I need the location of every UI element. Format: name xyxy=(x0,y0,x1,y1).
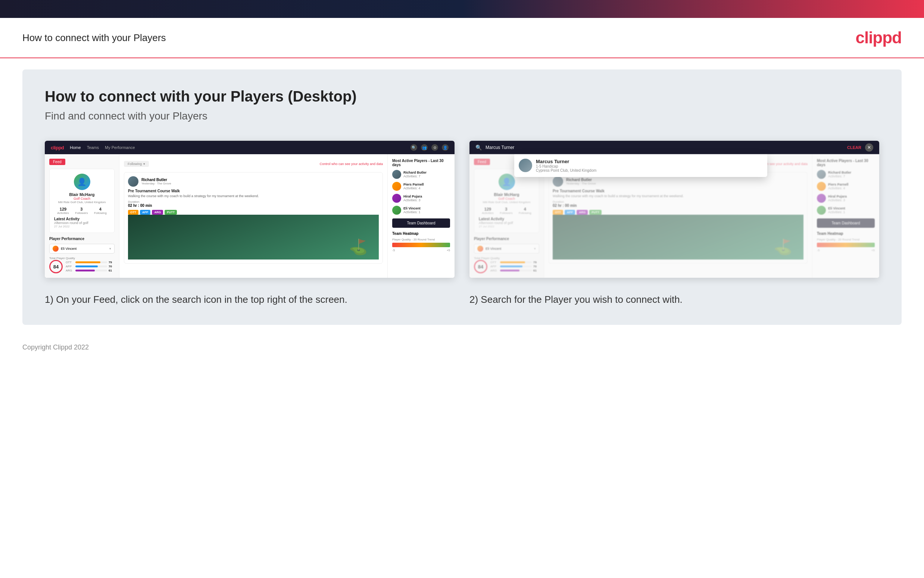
footer: Copyright Clippd 2022 xyxy=(0,336,924,359)
nav-teams[interactable]: Teams xyxy=(87,145,99,150)
bg-profile-stats: 129Activities 3Followers 4Following xyxy=(479,207,534,215)
control-link[interactable]: Control who can see your activity and da… xyxy=(319,162,383,166)
activity-desc: Walking the course with my coach to buil… xyxy=(128,194,379,198)
bg-profile-name: Blair McHarg xyxy=(479,192,534,197)
profile-name: Blair McHarg xyxy=(54,192,110,197)
activity-avatar xyxy=(128,176,138,187)
following-button[interactable]: Following ▾ xyxy=(124,161,149,167)
latest-activity-date: 27 Jul 2022 xyxy=(54,225,110,228)
activities-label: Activities xyxy=(57,211,69,215)
profile-club: Mill Ride Golf Club, United Kingdom xyxy=(54,201,110,204)
player-2-avatar xyxy=(392,182,401,191)
copyright: Copyright Clippd 2022 xyxy=(23,344,89,351)
bg-quality-score: 84 OTT 79 APP xyxy=(474,260,539,273)
app-nav-1: clippd Home Teams My Performance 🔍 👥 ⚙ 👤 xyxy=(45,141,455,154)
activities-val: 129 xyxy=(57,207,69,211)
player-list-item-4: Eli Vincent Activities: 1 xyxy=(392,206,450,215)
tag-ott: OTT xyxy=(128,210,138,215)
clear-button[interactable]: CLEAR xyxy=(847,145,861,150)
heatmap-sub: Player Quality - 20 Round Trend xyxy=(392,238,450,241)
nav-icons: 🔍 👥 ⚙ 👤 xyxy=(411,144,448,151)
search-icon-nav: 🔍 xyxy=(476,144,482,151)
search-result-avatar xyxy=(519,159,532,172)
screenshot-2: 🔍 Marcus Turner CLEAR ✕ Marcus Turner 1-… xyxy=(469,141,879,278)
app-body-1: Feed Blair McHarg Golf Coach Mill Ride G… xyxy=(45,154,455,278)
team-dashboard-button[interactable]: Team Dashboard xyxy=(392,218,450,228)
latest-activity-val: Afternoon round of golf xyxy=(54,221,110,225)
app-screenshot-1: clippd Home Teams My Performance 🔍 👥 ⚙ 👤 xyxy=(45,141,455,278)
bg-right-panel: Most Active Players - Last 30 days Richa… xyxy=(812,154,879,278)
nav-home[interactable]: Home xyxy=(70,145,81,150)
bg-team-dashboard-btn: Team Dashboard xyxy=(817,218,875,228)
player-3-acts: Activities: 3 xyxy=(403,198,422,202)
main-content: How to connect with your Players (Deskto… xyxy=(23,70,901,325)
search-nav-bar: 🔍 Marcus Turner CLEAR ✕ xyxy=(469,141,879,154)
bg-activity-card: Richard Butler Yesterday · The Grove Pre… xyxy=(549,172,807,264)
player-1-avatar xyxy=(392,170,401,179)
following-label: Following xyxy=(94,211,107,215)
search-query-text[interactable]: Marcus Turner xyxy=(485,145,514,150)
player-4-avatar xyxy=(392,206,401,215)
following-bar: Following ▾ Control who can see your act… xyxy=(124,159,383,169)
player-3-name: Hiral Pujara xyxy=(403,195,422,198)
avatar-icon[interactable]: 👤 xyxy=(442,144,448,151)
bar-arg: ARG 61 xyxy=(66,269,115,272)
player-select[interactable]: Eli Vincent ▾ xyxy=(49,244,115,253)
close-search-button[interactable]: ✕ xyxy=(865,143,873,152)
people-icon[interactable]: 👥 xyxy=(421,144,428,151)
activity-user-name: Richard Butler xyxy=(141,178,171,182)
bg-profile-card: Blair McHarg Golf Coach Mill Ride Golf C… xyxy=(474,169,539,233)
duration-val: 02 hr : 00 min xyxy=(128,203,379,208)
player-4-name: Eli Vincent xyxy=(403,206,421,210)
search-actions: CLEAR ✕ xyxy=(847,143,873,152)
followers-label: Followers xyxy=(75,211,88,215)
player-performance-section: Player Performance Eli Vincent ▾ Total P… xyxy=(49,237,115,273)
player-performance-title: Player Performance xyxy=(49,237,115,241)
profile-card: Blair McHarg Golf Coach Mill Ride Golf C… xyxy=(49,169,115,233)
team-heatmap-title: Team Heatmap xyxy=(392,232,450,235)
right-panel: Most Active Players - Last 30 days Richa… xyxy=(387,154,455,278)
page-title: How to connect with your Players xyxy=(23,32,166,44)
top-bar xyxy=(0,0,924,18)
feed-tab[interactable]: Feed xyxy=(49,159,65,165)
main-feed: Following ▾ Control who can see your act… xyxy=(120,154,387,278)
bg-latest-activity: Latest Activity Afternoon round of golf … xyxy=(479,217,534,228)
search-result-dropdown: Marcus Turner 1-5 Handicap Cypress Point… xyxy=(514,154,767,177)
heatmap-left: -5 xyxy=(392,249,395,252)
main-subtitle: Find and connect with your Players xyxy=(45,110,879,122)
search-icon[interactable]: 🔍 xyxy=(411,144,417,151)
most-active-title: Most Active Players - Last 30 days xyxy=(392,159,450,167)
settings-icon[interactable]: ⚙ xyxy=(431,144,438,151)
captions-row: 1) On your Feed, click on the search ico… xyxy=(45,293,879,306)
player-2-name: Piers Parnell xyxy=(403,183,424,186)
score-circle: 84 xyxy=(49,260,63,273)
screenshots-row: clippd Home Teams My Performance 🔍 👥 ⚙ 👤 xyxy=(45,141,879,278)
player-3-avatar xyxy=(392,194,401,203)
bg-player-select: Eli Vincent ▾ xyxy=(474,244,539,253)
following-val: 4 xyxy=(94,207,107,211)
bg-profile-avatar xyxy=(498,174,515,190)
quality-label: Total Player Quality xyxy=(49,257,115,260)
activity-header: Richard Butler Yesterday · The Grove xyxy=(128,176,379,187)
tag-arg: ARG xyxy=(152,210,163,215)
player-2-info: Piers Parnell Activities: 4 xyxy=(403,183,424,190)
search-result-handicap: 1-5 Handicap xyxy=(536,164,596,169)
bar-app: APP 70 xyxy=(66,265,115,268)
tag-putt: PUTT xyxy=(165,210,177,215)
player-1-info: Richard Butler Activities: 7 xyxy=(403,170,427,178)
screenshot-1: clippd Home Teams My Performance 🔍 👥 ⚙ 👤 xyxy=(45,141,455,278)
heatmap-labels: -5 +5 xyxy=(392,249,450,252)
player-1-name: Richard Butler xyxy=(403,170,427,174)
app-logo-1: clippd xyxy=(51,145,64,151)
player-1-acts: Activities: 7 xyxy=(403,174,427,178)
score-value: 84 xyxy=(53,264,58,270)
following-btn-label: Following xyxy=(128,162,142,166)
following-chevron: ▾ xyxy=(143,162,145,166)
player-4-info: Eli Vincent Activities: 1 xyxy=(403,206,421,214)
player-list-item-3: Hiral Pujara Activities: 3 xyxy=(392,194,450,203)
search-result-item[interactable]: Marcus Turner 1-5 Handicap Cypress Point… xyxy=(519,159,763,172)
activity-user-sub: Yesterday · The Grove xyxy=(141,182,171,185)
nav-my-performance[interactable]: My Performance xyxy=(105,145,135,150)
player-4-acts: Activities: 1 xyxy=(403,210,421,214)
activity-image xyxy=(128,215,379,260)
